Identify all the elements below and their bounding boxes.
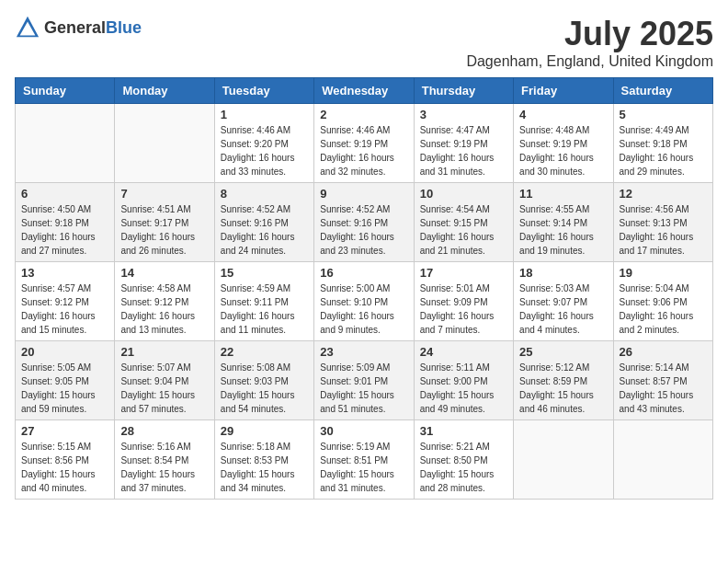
day-info: Sunrise: 4:46 AM Sunset: 9:20 PM Dayligh… (221, 123, 308, 178)
day-number: 25 (519, 345, 607, 359)
calendar-cell: 9Sunrise: 4:52 AM Sunset: 9:16 PM Daylig… (314, 183, 414, 262)
calendar-cell: 18Sunrise: 5:03 AM Sunset: 9:07 PM Dayli… (514, 262, 613, 341)
calendar-header: GeneralBlue July 2025 Dagenham, England,… (15, 15, 713, 70)
day-info: Sunrise: 4:46 AM Sunset: 9:19 PM Dayligh… (320, 123, 407, 178)
day-info: Sunrise: 5:05 AM Sunset: 9:05 PM Dayligh… (21, 361, 108, 416)
calendar-cell: 2Sunrise: 4:46 AM Sunset: 9:19 PM Daylig… (314, 104, 414, 183)
calendar-cell: 23Sunrise: 5:09 AM Sunset: 9:01 PM Dayli… (314, 341, 414, 420)
calendar-cell (613, 420, 712, 500)
calendar-cell: 5Sunrise: 4:49 AM Sunset: 9:18 PM Daylig… (613, 104, 712, 183)
week-row-5: 27Sunrise: 5:15 AM Sunset: 8:56 PM Dayli… (16, 420, 713, 500)
day-number: 31 (420, 424, 507, 438)
day-number: 6 (21, 187, 108, 201)
day-number: 30 (320, 424, 407, 438)
day-info: Sunrise: 4:58 AM Sunset: 9:12 PM Dayligh… (120, 282, 208, 337)
day-number: 3 (420, 108, 507, 121)
day-number: 18 (519, 266, 607, 280)
calendar-cell: 31Sunrise: 5:21 AM Sunset: 8:50 PM Dayli… (414, 420, 513, 500)
day-info: Sunrise: 4:57 AM Sunset: 9:12 PM Dayligh… (21, 282, 108, 337)
calendar-cell: 15Sunrise: 4:59 AM Sunset: 9:11 PM Dayli… (214, 262, 313, 341)
day-info: Sunrise: 4:47 AM Sunset: 9:19 PM Dayligh… (420, 123, 507, 178)
day-info: Sunrise: 4:55 AM Sunset: 9:14 PM Dayligh… (519, 202, 607, 258)
day-info: Sunrise: 4:51 AM Sunset: 9:17 PM Dayligh… (120, 202, 208, 258)
day-info: Sunrise: 5:08 AM Sunset: 9:03 PM Dayligh… (221, 361, 308, 416)
day-number: 24 (420, 345, 507, 359)
day-number: 2 (320, 108, 407, 121)
calendar-cell: 8Sunrise: 4:52 AM Sunset: 9:16 PM Daylig… (214, 183, 313, 262)
week-row-2: 6Sunrise: 4:50 AM Sunset: 9:18 PM Daylig… (16, 183, 713, 262)
day-info: Sunrise: 5:07 AM Sunset: 9:04 PM Dayligh… (120, 361, 208, 416)
day-number: 26 (620, 345, 707, 359)
day-info: Sunrise: 4:50 AM Sunset: 9:18 PM Dayligh… (21, 202, 108, 258)
day-info: Sunrise: 4:59 AM Sunset: 9:11 PM Dayligh… (221, 282, 308, 337)
logo-icon (15, 15, 40, 40)
day-number: 5 (620, 108, 707, 121)
day-number: 13 (21, 266, 108, 280)
calendar-cell: 1Sunrise: 4:46 AM Sunset: 9:20 PM Daylig… (214, 104, 313, 183)
calendar-cell: 21Sunrise: 5:07 AM Sunset: 9:04 PM Dayli… (115, 341, 214, 420)
day-info: Sunrise: 5:03 AM Sunset: 9:07 PM Dayligh… (519, 282, 607, 337)
day-number: 23 (320, 345, 407, 359)
day-info: Sunrise: 5:18 AM Sunset: 8:53 PM Dayligh… (221, 440, 308, 495)
calendar-cell: 4Sunrise: 4:48 AM Sunset: 9:19 PM Daylig… (514, 104, 613, 183)
day-info: Sunrise: 4:56 AM Sunset: 9:13 PM Dayligh… (620, 202, 707, 258)
location-title: Dagenham, England, United Kingdom (466, 53, 713, 70)
calendar-cell: 30Sunrise: 5:19 AM Sunset: 8:51 PM Dayli… (314, 420, 414, 500)
calendar-cell (514, 420, 613, 500)
calendar-cell: 10Sunrise: 4:54 AM Sunset: 9:15 PM Dayli… (414, 183, 513, 262)
calendar-cell: 11Sunrise: 4:55 AM Sunset: 9:14 PM Dayli… (514, 183, 613, 262)
calendar-cell: 7Sunrise: 4:51 AM Sunset: 9:17 PM Daylig… (115, 183, 214, 262)
day-number: 4 (519, 108, 607, 121)
calendar-cell: 19Sunrise: 5:04 AM Sunset: 9:06 PM Dayli… (613, 262, 712, 341)
week-row-1: 1Sunrise: 4:46 AM Sunset: 9:20 PM Daylig… (16, 104, 713, 183)
day-header-thursday: Thursday (414, 78, 513, 104)
day-info: Sunrise: 4:48 AM Sunset: 9:19 PM Dayligh… (519, 123, 607, 178)
day-header-sunday: Sunday (16, 78, 115, 104)
day-number: 28 (120, 424, 208, 438)
week-row-4: 20Sunrise: 5:05 AM Sunset: 9:05 PM Dayli… (16, 341, 713, 420)
day-number: 27 (21, 424, 108, 438)
day-number: 29 (221, 424, 308, 438)
calendar-cell: 25Sunrise: 5:12 AM Sunset: 8:59 PM Dayli… (514, 341, 613, 420)
week-row-3: 13Sunrise: 4:57 AM Sunset: 9:12 PM Dayli… (16, 262, 713, 341)
calendar-cell (115, 104, 214, 183)
day-info: Sunrise: 5:19 AM Sunset: 8:51 PM Dayligh… (320, 440, 407, 495)
day-number: 12 (620, 187, 707, 201)
logo-text: GeneralBlue (44, 18, 142, 38)
day-header-saturday: Saturday (613, 78, 712, 104)
day-number: 11 (519, 187, 607, 201)
calendar-cell: 26Sunrise: 5:14 AM Sunset: 8:57 PM Dayli… (613, 341, 712, 420)
day-info: Sunrise: 5:00 AM Sunset: 9:10 PM Dayligh… (320, 282, 407, 337)
calendar-cell: 28Sunrise: 5:16 AM Sunset: 8:54 PM Dayli… (115, 420, 214, 500)
day-number: 7 (120, 187, 208, 201)
calendar-cell: 17Sunrise: 5:01 AM Sunset: 9:09 PM Dayli… (414, 262, 513, 341)
day-number: 21 (120, 345, 208, 359)
calendar-cell: 22Sunrise: 5:08 AM Sunset: 9:03 PM Dayli… (214, 341, 313, 420)
day-header-monday: Monday (115, 78, 214, 104)
day-info: Sunrise: 5:15 AM Sunset: 8:56 PM Dayligh… (21, 440, 108, 495)
calendar-cell: 24Sunrise: 5:11 AM Sunset: 9:00 PM Dayli… (414, 341, 513, 420)
day-number: 1 (221, 108, 308, 121)
logo-general: General (44, 18, 106, 37)
calendar-table: SundayMondayTuesdayWednesdayThursdayFrid… (15, 77, 713, 500)
day-number: 22 (221, 345, 308, 359)
day-number: 19 (620, 266, 707, 280)
calendar-cell: 27Sunrise: 5:15 AM Sunset: 8:56 PM Dayli… (16, 420, 115, 500)
calendar-cell: 16Sunrise: 5:00 AM Sunset: 9:10 PM Dayli… (314, 262, 414, 341)
day-info: Sunrise: 5:09 AM Sunset: 9:01 PM Dayligh… (320, 361, 407, 416)
day-header-tuesday: Tuesday (214, 78, 313, 104)
day-number: 10 (420, 187, 507, 201)
calendar-cell: 20Sunrise: 5:05 AM Sunset: 9:05 PM Dayli… (16, 341, 115, 420)
logo: GeneralBlue (15, 15, 142, 40)
calendar-cell (16, 104, 115, 183)
day-number: 20 (21, 345, 108, 359)
month-title: July 2025 (466, 15, 713, 53)
day-info: Sunrise: 4:54 AM Sunset: 9:15 PM Dayligh… (420, 202, 507, 258)
day-number: 8 (221, 187, 308, 201)
day-info: Sunrise: 5:14 AM Sunset: 8:57 PM Dayligh… (620, 361, 707, 416)
day-info: Sunrise: 4:49 AM Sunset: 9:18 PM Dayligh… (620, 123, 707, 178)
day-info: Sunrise: 5:16 AM Sunset: 8:54 PM Dayligh… (120, 440, 208, 495)
day-info: Sunrise: 5:11 AM Sunset: 9:00 PM Dayligh… (420, 361, 507, 416)
day-number: 15 (221, 266, 308, 280)
day-header-friday: Friday (514, 78, 613, 104)
